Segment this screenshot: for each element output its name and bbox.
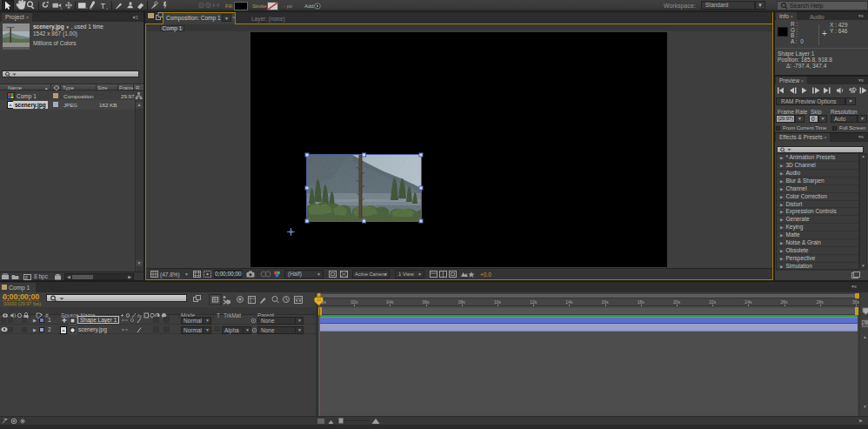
- svg-text:T: T: [101, 2, 106, 10]
- svg-text:8: 8: [25, 275, 28, 280]
